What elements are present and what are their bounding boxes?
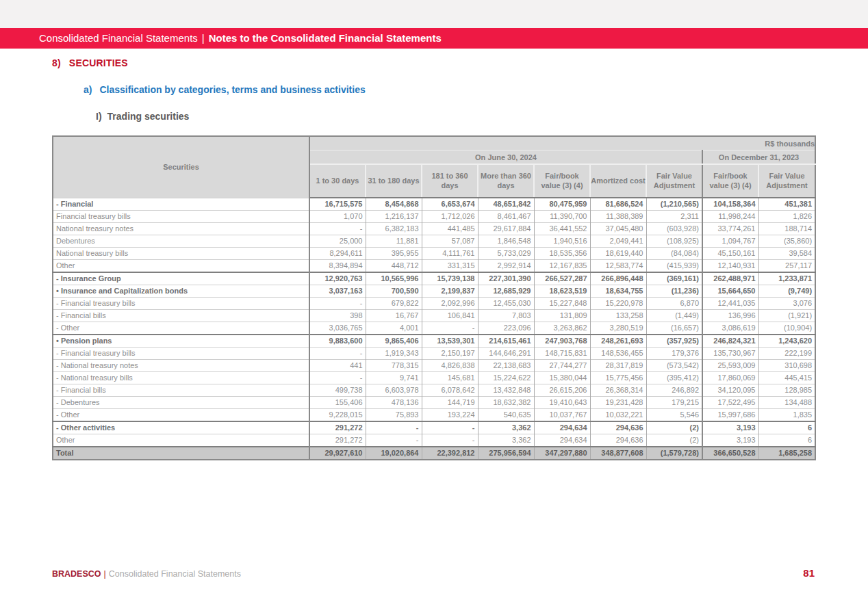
row-value: 57,087	[422, 235, 478, 248]
row-value: 134,488	[758, 397, 815, 409]
row-value: 9,865,406	[366, 335, 422, 348]
footer-doc-title: Consolidated Financial Statements	[109, 569, 241, 579]
table-row: • Pension plans9,883,6009,865,40613,539,…	[53, 335, 815, 348]
col-header-1-30-days: 1 to 30 days	[309, 164, 366, 198]
table-row: - Debentures155,406478,136144,71918,632,…	[53, 397, 815, 409]
row-value: 248,261,693	[590, 335, 646, 348]
row-value: 19,410,643	[534, 397, 590, 409]
row-value: (369,161)	[646, 272, 702, 285]
row-value: 223,096	[478, 322, 534, 335]
row-value: 81,686,524	[590, 198, 646, 211]
row-value: 16,767	[366, 310, 422, 322]
row-value: 148,536,455	[590, 348, 646, 360]
row-value: 36,441,552	[534, 223, 590, 235]
row-value: 441	[309, 360, 366, 372]
row-value: 11,390,700	[534, 211, 590, 223]
section-title: SECURITIES	[69, 57, 128, 68]
row-value: 1,070	[309, 211, 366, 223]
table-row: National treasury notes-6,382,183441,485…	[53, 223, 815, 235]
row-value: 291,272	[309, 421, 366, 434]
row-value: 25,000	[309, 235, 366, 248]
table-row: - Other9,228,01575,893193,224540,63510,0…	[53, 409, 815, 422]
row-value: 15,224,622	[478, 372, 534, 384]
row-value: 262,488,971	[702, 272, 758, 285]
table-row: Financial treasury bills1,0701,216,1371,…	[53, 211, 815, 223]
row-value: 395,955	[366, 248, 422, 260]
row-value: (108,925)	[646, 235, 702, 248]
subsection-title: Classification by categories, terms and …	[99, 84, 365, 95]
row-value: 15,664,650	[702, 285, 758, 298]
row-value: 1,846,548	[478, 235, 534, 248]
row-value: -	[422, 421, 478, 434]
row-value: -	[422, 434, 478, 447]
row-value: 4,001	[366, 322, 422, 335]
row-value: 331,315	[422, 260, 478, 273]
row-value: 2,092,996	[422, 298, 478, 310]
row-value: 15,775,456	[590, 372, 646, 384]
row-label: - National treasury bills	[53, 372, 309, 384]
row-label: Other	[53, 434, 309, 447]
row-value: 294,634	[534, 434, 590, 447]
securities-table: Securities R$ thousands On June 30, 2024…	[52, 135, 816, 460]
table-row: - Insurance Group12,920,76310,565,99615,…	[53, 272, 815, 285]
col-header-31-180-days: 31 to 180 days	[366, 164, 422, 198]
table-row: - Financial treasury bills-1,919,3432,15…	[53, 348, 815, 360]
row-value: (2)	[646, 434, 702, 447]
col-header-more-360-days: More than 360 days	[478, 164, 534, 198]
col-header-fair-book-value: Fair/book value (3) (4)	[534, 164, 590, 198]
row-value: 12,441,035	[702, 298, 758, 310]
item-heading: I)Trading securities	[96, 111, 189, 122]
row-value: (415,939)	[646, 260, 702, 273]
row-value: (573,542)	[646, 360, 702, 372]
row-value: 3,362	[478, 434, 534, 447]
row-value: 1,685,258	[758, 447, 815, 460]
row-value: 11,998,244	[702, 211, 758, 223]
brand-name: BRADESCO	[52, 569, 101, 579]
row-label: - Financial bills	[53, 310, 309, 322]
row-value: 18,619,440	[590, 248, 646, 260]
row-value: 45,150,161	[702, 248, 758, 260]
row-value: 33,774,261	[702, 223, 758, 235]
table-row: Total29,927,61019,020,86422,392,812275,9…	[53, 447, 815, 460]
row-value: 8,394,894	[309, 260, 366, 273]
row-value: 1,094,767	[702, 235, 758, 248]
row-value: 75,893	[366, 409, 422, 422]
row-value: 34,120,095	[702, 384, 758, 397]
row-value: 8,461,467	[478, 211, 534, 223]
row-value: 106,841	[422, 310, 478, 322]
row-value: 179,215	[646, 397, 702, 409]
row-value: 145,681	[422, 372, 478, 384]
row-value: 12,920,763	[309, 272, 366, 285]
row-value: 8,454,868	[366, 198, 422, 211]
row-value: 1,243,620	[758, 335, 815, 348]
table-body: - Financial16,715,5758,454,8686,653,6744…	[53, 198, 815, 460]
row-value: 6,870	[646, 298, 702, 310]
row-value: 1,835	[758, 409, 815, 422]
row-value: 398	[309, 310, 366, 322]
row-value: -	[366, 434, 422, 447]
row-value: 19,231,428	[590, 397, 646, 409]
table-row: • Insurance and Capitalization bonds3,03…	[53, 285, 815, 298]
row-value: 3,037,163	[309, 285, 366, 298]
row-value: 128,985	[758, 384, 815, 397]
row-value: 294,636	[590, 434, 646, 447]
row-value: 291,272	[309, 434, 366, 447]
row-value: 188,714	[758, 223, 815, 235]
row-value: 11,388,389	[590, 211, 646, 223]
row-value: 478,136	[366, 397, 422, 409]
row-value: (16,657)	[646, 322, 702, 335]
row-value: 679,822	[366, 298, 422, 310]
row-value: 348,877,608	[590, 447, 646, 460]
row-value: 155,406	[309, 397, 366, 409]
row-value: 445,415	[758, 372, 815, 384]
item-numeral: I)	[96, 111, 102, 122]
row-value: 26,368,314	[590, 384, 646, 397]
row-value: 15,997,686	[702, 409, 758, 422]
row-value: -	[309, 348, 366, 360]
row-value: 179,376	[646, 348, 702, 360]
row-value: 22,138,683	[478, 360, 534, 372]
row-value: 10,037,767	[534, 409, 590, 422]
row-value: (10,904)	[758, 322, 815, 335]
row-value: 18,535,356	[534, 248, 590, 260]
row-value: 540,635	[478, 409, 534, 422]
